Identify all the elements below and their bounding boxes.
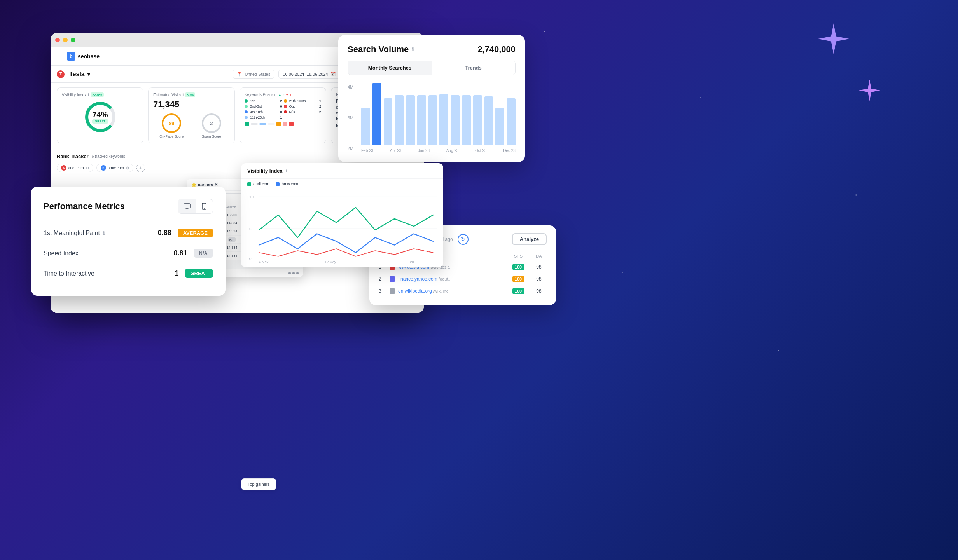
svg-text:0: 0	[249, 256, 252, 261]
kw-row-4-10: 4th-10th 0	[245, 110, 282, 114]
brand-name[interactable]: Tesla ▾	[69, 70, 90, 78]
audi-legend-dot	[247, 182, 251, 186]
sv-x-apr: Apr 23	[390, 148, 401, 153]
kw-dot-21-100	[284, 99, 287, 103]
donut-percent: 74%	[92, 110, 108, 119]
estimated-visits-card: Estimated Visits ℹ 89% 71,345 89 On-Page…	[148, 87, 235, 143]
vis-legend-bmw: bmw.com	[276, 182, 298, 186]
add-domain-button[interactable]: +	[136, 164, 145, 172]
dot1	[288, 272, 291, 274]
svg-text:20: 20	[410, 260, 414, 264]
kw-count-out: 2	[319, 105, 321, 108]
sv-bar-6	[428, 95, 437, 145]
kw-label-4-10: 4th-10th	[250, 110, 263, 114]
serp-row2-url[interactable]: finance.yahoo.com /qout...	[398, 276, 505, 282]
spam-label: Spam Score	[193, 134, 230, 138]
sv-bar-7	[439, 94, 448, 145]
serp-row2-sps: 100	[509, 276, 528, 282]
sv-y-3m: 3M	[348, 115, 353, 120]
audi-domain-tab[interactable]: A audi.com ⚙	[57, 164, 93, 172]
kw-dot-4-10	[245, 110, 248, 113]
sv-bar-13	[507, 98, 516, 145]
dot-line2	[259, 123, 266, 125]
svg-rect-2	[184, 204, 190, 208]
bmw-domain-tab[interactable]: B bmw.com ⚙	[96, 164, 133, 172]
serp-row1-da: 98	[531, 264, 547, 270]
keywords-title: Keywords Position ▲ 2 ▼ 1	[245, 92, 321, 97]
kw-label-1st: 1st	[250, 99, 255, 103]
paint-info-icon: ℹ	[103, 230, 105, 236]
perf-row-speed: Speed Index 0.81 N/A	[44, 243, 213, 263]
kw-label-out: Out	[289, 105, 295, 108]
dot-yellow	[276, 122, 281, 126]
kw-dot-nr	[284, 110, 287, 113]
browser-close-dot[interactable]	[55, 38, 60, 42]
trends-tab[interactable]: Trends	[432, 61, 515, 75]
serp-row-3: 3 en.wikipedia.org /wiki/Inc. 100 98	[379, 285, 547, 297]
desktop-tab[interactable]	[178, 199, 196, 213]
kw-dot-11-20	[245, 116, 248, 119]
kw-count-21-100: 1	[319, 99, 321, 103]
audi-icon: A	[61, 165, 66, 171]
on-page-score: 89 On-Page Score	[153, 113, 190, 138]
browser-minimize-dot[interactable]	[63, 38, 68, 42]
calendar-icon: 📅	[330, 72, 336, 77]
hamburger-icon[interactable]: ☰	[57, 52, 62, 60]
kw-row-out: Out 2	[284, 105, 322, 108]
donut-label: GREAT	[92, 119, 108, 124]
kw-color-dots	[245, 122, 321, 126]
date-range-filter[interactable]: 06.06.2024–18.06.2024 📅	[278, 70, 340, 79]
speed-metric-right: 0.81 N/A	[174, 249, 213, 258]
sv-bar-5	[417, 95, 426, 145]
donut-center: 74% GREAT	[92, 110, 108, 124]
col-search[interactable]: Search ↕	[223, 205, 241, 209]
bmw-settings-icon[interactable]: ⚙	[126, 166, 129, 170]
info-icon: ℹ	[88, 93, 89, 97]
sv-bar-3	[395, 95, 404, 145]
dot-red	[289, 122, 294, 126]
sv-bars	[361, 83, 516, 145]
mobile-tab[interactable]	[196, 199, 213, 213]
sv-y-2m: 2M	[348, 146, 353, 151]
kw-label-11-20: 11th-20th	[250, 115, 265, 119]
arrow-up: ▲ 2	[278, 93, 284, 97]
serp-analyze-button[interactable]: Analyze	[512, 233, 547, 245]
estimated-visits-title: Estimated Visits ℹ 89%	[153, 92, 230, 97]
serp-refresh-button[interactable]: ↻	[458, 234, 469, 245]
vis-legend: audi.com bmw.com	[241, 179, 443, 189]
sv-bar-10	[473, 95, 482, 145]
vis-svg: 100 50 0 4 May 12 May 20	[247, 192, 437, 264]
sparkle-small-icon	[859, 80, 880, 101]
on-page-gauge: 89	[162, 113, 181, 133]
location-filter[interactable]: 📍 United States	[233, 70, 274, 79]
top-gainers-button[interactable]: Top gainers	[241, 478, 276, 490]
interactive-metric-name: Time to Interactive	[44, 270, 94, 277]
dropdown-icon[interactable]: ▾	[87, 70, 90, 78]
audi-settings-icon[interactable]: ⚙	[86, 166, 89, 170]
serp-row1-sps: 100	[509, 264, 528, 270]
performance-metrics-card: Perfomance Metrics 1st Meaningful Paint …	[31, 187, 226, 296]
speed-badge: N/A	[194, 249, 213, 258]
sv-x-aug: Aug 23	[446, 148, 459, 153]
keywords-grid: 1st 2 21th-100th 1 2nd-3rd 0	[245, 99, 321, 119]
sv-bar-12	[495, 108, 504, 145]
serp-favicon-3	[390, 288, 395, 294]
sv-bar-2	[384, 98, 393, 145]
search-volume-card: Search Volume ℹ 2,740,000 Monthly Search…	[338, 35, 525, 162]
serp-row3-url[interactable]: en.wikipedia.org /wiki/Inc.	[398, 288, 505, 294]
kw-dot-out	[284, 105, 287, 108]
browser-maximize-dot[interactable]	[71, 38, 75, 42]
svg-text:4 May: 4 May	[259, 260, 269, 264]
logo-area: b seobase	[67, 52, 100, 61]
bmw-legend-dot	[276, 182, 280, 186]
sv-bar-4	[406, 95, 415, 145]
kw-row-2-3: 2nd-3rd 0	[245, 105, 282, 108]
kw-count-nr: 2	[319, 110, 321, 114]
logo-icon: b	[67, 52, 75, 61]
sv-bar-0	[361, 108, 370, 145]
ev-gauges: 89 On-Page Score 2 Spam Score	[153, 113, 230, 138]
serp-row2-num: 2	[379, 276, 386, 282]
ev-number: 71,345	[153, 99, 230, 110]
perf-card-title: Perfomance Metrics	[44, 199, 213, 214]
monthly-searches-tab[interactable]: Monthly Searches	[348, 61, 432, 75]
